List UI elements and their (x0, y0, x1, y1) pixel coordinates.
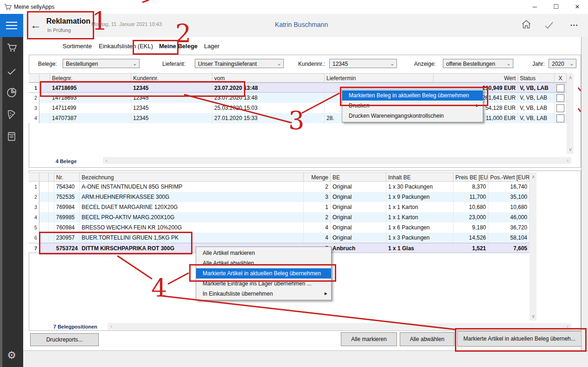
context-menu-item[interactable]: Drucken Wareneingangskontrollschein (342, 111, 483, 121)
ellipsis-icon[interactable]: ••• (570, 22, 579, 28)
alle-abwaehlen-button[interactable]: Alle abwählen (400, 332, 454, 346)
filter-jahr-dropdown[interactable]: 2020⌄ (549, 59, 576, 68)
filter-belege-label: Belege: (38, 61, 57, 67)
tab-sortimente[interactable]: Sortimente (63, 43, 92, 50)
minimize-button[interactable]: ─ (524, 0, 545, 14)
table-cell: 11,700 (454, 192, 488, 202)
filter-belege-dropdown[interactable]: Bestellungen⌄ (63, 59, 140, 68)
submenu-arrow-icon: ▶ (476, 101, 479, 111)
settings-gear-icon[interactable]: ⚙ (0, 349, 23, 366)
table-row[interactable]: 6230957BUER.TORTELLINI GRUEN 1,5KG PK4Or… (29, 233, 530, 243)
belege-hscrollbar[interactable]: ‹› (103, 157, 571, 164)
checkbox-cell (555, 113, 567, 123)
context-menu-item[interactable]: Alle Artikel markieren (196, 248, 331, 258)
column-header[interactable] (39, 172, 49, 182)
table-cell: 23.07.2020 13:48 (212, 82, 325, 93)
check-icon[interactable] (543, 20, 555, 32)
column-header[interactable]: Kundennr. (131, 73, 212, 82)
table-row[interactable]: 2147186931234523.07.2020 13:483.261,641 … (29, 93, 567, 103)
belege-vscrollbar[interactable]: ∧∨ (567, 73, 574, 154)
row-checkbox[interactable] (556, 114, 564, 122)
chevron-down-icon: ⌄ (277, 59, 281, 69)
column-header[interactable]: Liefertermin (325, 73, 434, 82)
sidebar-scrollbar[interactable] (0, 37, 2, 367)
column-header[interactable] (29, 172, 39, 182)
druckreports-button[interactable]: Druckreports... (30, 333, 99, 346)
right-margin (581, 37, 588, 367)
column-header[interactable]: Preis BE [EUR] (454, 172, 488, 182)
table-cell: 230957 (54, 233, 80, 243)
table-row[interactable]: 1754340A-ONE INSTANTNUDELN 85G SHRIMP2Or… (29, 182, 530, 192)
tab-lager[interactable]: Lager (204, 43, 219, 50)
tab-meine-belege[interactable]: Meine Belege (159, 43, 198, 50)
uebernehmen-button[interactable]: Markierte Artikel in aktuellen Beleg übe… (457, 331, 582, 347)
column-header[interactable]: Bezeichnung (80, 172, 304, 182)
table-row[interactable]: 3769984BECEL DIAET MARGARINE 120X20G1Ori… (29, 202, 530, 212)
table-cell: 14,526 (454, 233, 488, 243)
table-cell: 1 (304, 202, 331, 212)
filter-anzeige-dropdown[interactable]: offene Bestellungen⌄ (443, 59, 513, 68)
table-row[interactable]: 4147073871234527.01.2020 15:3328.11,000 … (29, 113, 567, 123)
tab-einkaufslisten-ekl-[interactable]: Einkaufslisten (EKL) (99, 43, 153, 50)
table-cell: V, VB, LAB (518, 82, 555, 93)
row-checkbox[interactable] (556, 104, 564, 112)
maximize-button[interactable]: ☐ (545, 0, 567, 14)
close-button[interactable]: ✕ (567, 0, 588, 14)
context-menu-item[interactable]: Markierten Beleg in aktuellen Beleg über… (342, 90, 483, 101)
alle-markieren-button[interactable]: Alle markieren (341, 332, 397, 346)
empty-cell (49, 182, 54, 192)
filter-jahr-value: 2020 (552, 61, 564, 67)
pizza-slice-icon[interactable] (0, 109, 23, 126)
cart-icon[interactable] (0, 42, 23, 58)
empty-cell (49, 243, 54, 253)
row-checkbox[interactable] (556, 94, 564, 102)
positionen-hscrollbar[interactable]: ‹› (108, 323, 571, 330)
filter-kundennr-dropdown[interactable]: 12345⌄ (329, 59, 397, 68)
chevron-down-icon: ⌄ (390, 59, 394, 69)
hamburger-menu-icon[interactable] (0, 14, 23, 37)
context-menu-item[interactable]: Markierte Artikel in aktuellen Beleg übe… (196, 268, 331, 278)
column-header[interactable]: Nr. (54, 172, 80, 182)
back-arrow-icon[interactable]: ← (29, 19, 43, 32)
table-cell: 14718693 (50, 93, 131, 103)
context-menu-item[interactable]: In Einkaufsliste übernehmen▶ (196, 289, 331, 299)
column-header[interactable]: X (555, 73, 567, 82)
column-header[interactable] (29, 73, 39, 82)
table-row[interactable]: 5760984BRESSO WEICHKA FEIN KR 10%200G4Or… (29, 222, 530, 233)
context-menu-item[interactable]: Alle Artikel abwählen (196, 258, 331, 268)
column-header[interactable]: Inhalt BE (386, 172, 454, 182)
home-icon[interactable] (520, 19, 532, 32)
table-cell: 1 x 6 Packungen (386, 222, 454, 233)
column-header[interactable]: Wert (434, 73, 518, 82)
column-header[interactable]: Belegnr. (50, 73, 131, 82)
column-header[interactable]: vom (212, 73, 325, 82)
column-header[interactable]: Menge (304, 172, 331, 182)
table-row[interactable]: 3147114991234525.03.2020 15:0354,128 EUR… (29, 103, 567, 113)
empty-cell (39, 93, 50, 103)
book-icon[interactable] (0, 131, 23, 147)
table-row[interactable]: 2752535ARM.HUEHNERFRIKASSEE 300G3Origina… (29, 192, 530, 202)
checkbox-cell (555, 93, 567, 103)
context-menu-item[interactable]: Markierte Einträge ins Lager übernehmen … (196, 278, 331, 289)
pie-chart-icon[interactable] (0, 87, 23, 104)
empty-cell (49, 233, 54, 243)
row-number: 3 (29, 202, 39, 212)
column-header[interactable]: Pos.-Wert [EUR] (488, 172, 530, 182)
table-row[interactable]: 1147186951234523.07.2020 13:48210,949 EU… (29, 82, 567, 93)
table-row[interactable]: 4769985BECEL PRO-AKTIV MARG.200X10G2Orig… (29, 212, 530, 222)
row-number: 1 (29, 182, 39, 192)
empty-cell (49, 192, 54, 202)
table-cell: 3 (304, 192, 331, 202)
context-menu-item[interactable]: Drucken▶ (342, 101, 483, 111)
row-checkbox[interactable] (556, 84, 564, 92)
column-header[interactable]: BE (331, 172, 386, 182)
positionen-vscrollbar[interactable]: ∧∨ (530, 172, 537, 321)
checkmark-icon[interactable] (0, 66, 23, 82)
table-cell: 769985 (54, 212, 80, 222)
filter-lieferant-dropdown[interactable]: Unser Trainingslieferant⌄ (195, 59, 284, 68)
table-cell: 16,740 (488, 182, 530, 192)
column-header[interactable] (39, 73, 50, 82)
table-cell: 9,180 (454, 222, 488, 233)
column-header[interactable] (49, 172, 54, 182)
column-header[interactable]: Status (518, 73, 555, 82)
